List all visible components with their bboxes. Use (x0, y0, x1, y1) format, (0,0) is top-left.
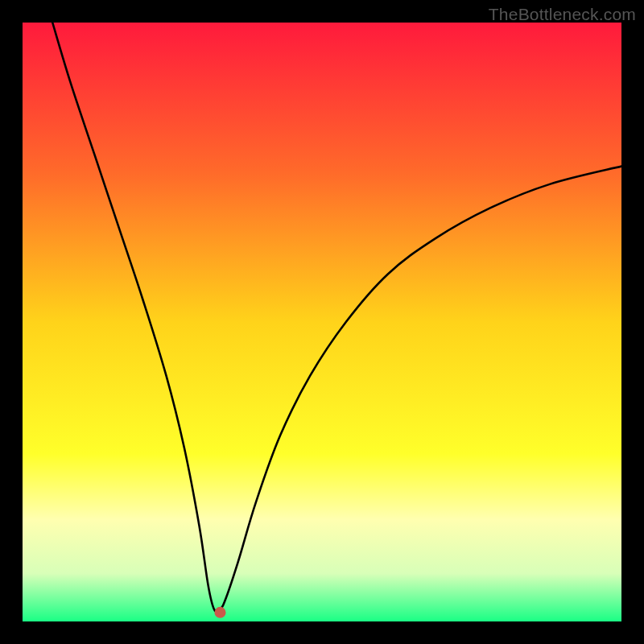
plot-area (23, 23, 621, 621)
min-marker (215, 607, 226, 618)
chart-svg (23, 23, 621, 621)
chart-frame: TheBottleneck.com (0, 0, 644, 644)
gradient-background (23, 23, 621, 621)
watermark-text: TheBottleneck.com (489, 5, 636, 24)
